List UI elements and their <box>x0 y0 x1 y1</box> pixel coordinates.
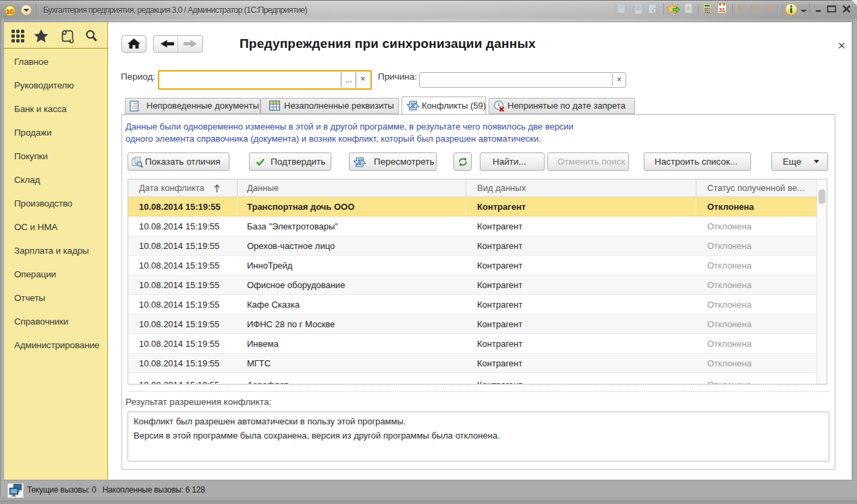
svg-text:31: 31 <box>719 7 725 13</box>
svg-text:М+: М+ <box>751 4 761 12</box>
svg-text:М: М <box>738 4 744 12</box>
svg-text:1С: 1С <box>6 8 14 15</box>
svg-text:М-: М- <box>766 4 775 12</box>
